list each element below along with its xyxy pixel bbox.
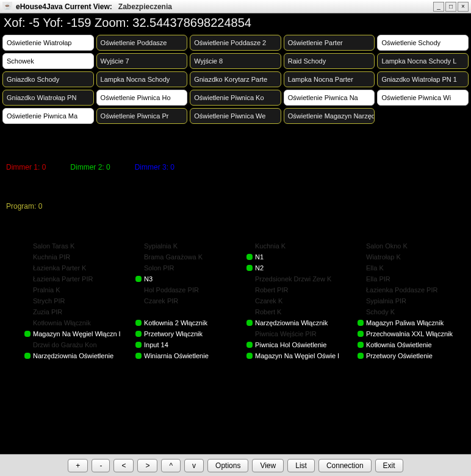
- status-dot-on-icon: [246, 320, 253, 326]
- sensor-label: Schody K: [366, 308, 395, 316]
- options-button[interactable]: Options: [207, 459, 248, 472]
- tile-0[interactable]: Oświetlenie Wiatrołap: [2, 35, 94, 51]
- sensor-cell: Kotłownia 2 Włącznik: [135, 318, 243, 328]
- sensor-label: Kotłownia 2 Włącznik: [144, 319, 207, 326]
- sensor-cell: Strych PIR: [24, 296, 132, 306]
- sensor-cell: [135, 307, 243, 317]
- sensor-cell: Narzędziownia Oświetlenie: [24, 351, 132, 361]
- tile-5[interactable]: Schowek: [2, 53, 94, 69]
- sensor-label: Kotłownia Włącznik: [33, 319, 91, 326]
- status-dot-on-icon: [24, 353, 31, 359]
- dimmer-3: Dimmer 3: 0: [135, 163, 174, 171]
- program-label: Program: 0: [0, 178, 471, 223]
- status-dot-off-icon: [24, 287, 31, 293]
- zoom-out-button[interactable]: -: [92, 459, 110, 472]
- list-button[interactable]: List: [287, 459, 315, 472]
- status-dot-off-icon: [24, 309, 31, 315]
- status-dot-off-icon: [358, 243, 364, 249]
- status-dot-on-icon: [358, 342, 364, 348]
- sensor-label: N3: [144, 275, 153, 283]
- tile-16[interactable]: Oświetlenie Piwnica Ho: [96, 90, 188, 106]
- tile-11[interactable]: Lampka Nocna Schody: [96, 71, 188, 87]
- tile-8[interactable]: Raid Schody: [284, 53, 375, 69]
- status-dot-on-icon: [135, 342, 142, 348]
- zoom-in-button[interactable]: +: [68, 459, 88, 472]
- pan-left-button[interactable]: <: [113, 459, 134, 472]
- sensor-cell: Schody K: [358, 307, 465, 317]
- status-dot-on-icon: [135, 276, 142, 282]
- status-dot-off-icon: [358, 254, 364, 260]
- sensor-label: Brama Garażowa K: [144, 253, 203, 261]
- sensor-cell: Robert PIR: [246, 285, 354, 295]
- sensor-cell: Przechowalnia XXL Włącznik: [358, 329, 465, 339]
- sensor-cell: Kotłownia Włącznik: [24, 318, 132, 328]
- sensor-cell: Piwnica Wejście PIR: [246, 329, 354, 339]
- sensor-label: Przetwory Oświetlenie: [366, 352, 433, 359]
- sensor-cell: Kuchnia PIR: [24, 252, 132, 262]
- tile-1[interactable]: Oświetlenie Poddasze: [96, 35, 188, 51]
- connection-button[interactable]: Connection: [318, 459, 372, 472]
- tile-13[interactable]: Lampka Nocna Parter: [284, 71, 375, 87]
- tile-14[interactable]: Gniazdko Wiatrołap PN 1: [377, 71, 469, 87]
- tile-9[interactable]: Lampka Nocna Schody L: [377, 53, 469, 69]
- sensor-label: Strych PIR: [33, 297, 65, 305]
- sensor-label: Czarek PIR: [144, 297, 178, 305]
- tile-6[interactable]: Wyjście 7: [96, 53, 188, 69]
- tile-20[interactable]: Oświetlenie Piwnica Ma: [2, 108, 94, 124]
- sensor-cell: Magazyn Paliwa Włącznik: [358, 318, 465, 328]
- tile-21[interactable]: Oświetlenie Piwnica Pr: [96, 108, 188, 124]
- sensor-label: Drzwi do Garażu Kon: [33, 341, 97, 348]
- tile-19[interactable]: Oświetlenie Piwnica Wi: [377, 90, 469, 106]
- sensor-label: Input 14: [144, 341, 168, 348]
- status-dot-on-icon: [246, 265, 253, 271]
- pan-right-button[interactable]: >: [137, 459, 157, 472]
- sensor-grid: Salon Taras KSypialnia KKuchnia KSalon O…: [0, 223, 471, 367]
- status-dot-on-icon: [358, 353, 364, 359]
- sensor-cell: Łazienka Parter PIR: [24, 274, 132, 284]
- sensor-label: Ella PIR: [366, 275, 390, 283]
- status-dot-off-icon: [24, 320, 31, 326]
- tile-4[interactable]: Oświetlenie Schody: [377, 35, 469, 51]
- tile-22[interactable]: Oświetlenie Piwnica We: [190, 108, 281, 124]
- tile-10[interactable]: Gniazdko Schody: [2, 71, 94, 87]
- status-dot-off-icon: [24, 243, 31, 249]
- tile-2[interactable]: Oświetlenie Poddasze 2: [190, 35, 281, 51]
- tile-15[interactable]: Gniazdko Wiatrołap PN: [2, 90, 94, 106]
- tile-12[interactable]: Gniazdko Korytarz Parte: [190, 71, 281, 87]
- status-dot-off-icon: [246, 287, 253, 293]
- tile-grid: Oświetlenie WiatrołapOświetlenie Poddasz…: [0, 32, 471, 126]
- sensor-cell: Przedsionek Drzwi Zew K: [246, 274, 354, 284]
- tile-18[interactable]: Oświetlenie Piwnica Na: [284, 90, 375, 106]
- exit-button[interactable]: Exit: [375, 459, 403, 472]
- sensor-label: Piwnica Hol Oświetlenie: [255, 341, 326, 348]
- sensor-cell: Robert K: [246, 307, 354, 317]
- sensor-cell: Sypialnia PIR: [358, 296, 465, 306]
- tile-17[interactable]: Oświetlenie Piwnica Ko: [190, 90, 281, 106]
- tile-7[interactable]: Wyjście 8: [190, 53, 281, 69]
- sensor-label: Przedsionek Drzwi Zew K: [255, 275, 331, 283]
- status-dot-off-icon: [246, 243, 253, 249]
- sensor-cell: Kuchnia K: [246, 241, 354, 251]
- zoom-label: Zoom:: [95, 16, 129, 29]
- app-title: eHouse4Java Current View:: [16, 2, 112, 11]
- tile-3[interactable]: Oświetlenie Parter: [284, 35, 375, 51]
- sensor-cell: Wiatrołap K: [358, 252, 465, 262]
- sensor-label: Ella K: [366, 264, 384, 272]
- view-button[interactable]: View: [252, 459, 284, 472]
- status-dot-off-icon: [246, 309, 253, 315]
- pan-down-button[interactable]: v: [184, 459, 204, 472]
- dimmer-row: Dimmer 1: 0 Dimmer 2: 0 Dimmer 3: 0: [0, 126, 471, 178]
- tile-23[interactable]: Oświetlenie Magazyn Narzędzia: [284, 108, 375, 124]
- sensor-label: Sypialnia PIR: [366, 297, 406, 305]
- status-dot-off-icon: [24, 254, 31, 260]
- status-dot-off-icon: [358, 309, 364, 315]
- pan-up-button[interactable]: ^: [161, 459, 181, 472]
- sensor-cell: N2: [246, 263, 354, 273]
- close-button[interactable]: ×: [458, 2, 469, 12]
- dimmer-2: Dimmer 2: 0: [70, 163, 110, 171]
- sensor-cell: Narzędziownia Włącznik: [246, 318, 354, 328]
- sensor-cell: Salon Okno K: [358, 241, 465, 251]
- sensor-cell: Salon Taras K: [24, 241, 132, 251]
- minimize-button[interactable]: _: [433, 2, 444, 12]
- maximize-button[interactable]: □: [445, 2, 456, 12]
